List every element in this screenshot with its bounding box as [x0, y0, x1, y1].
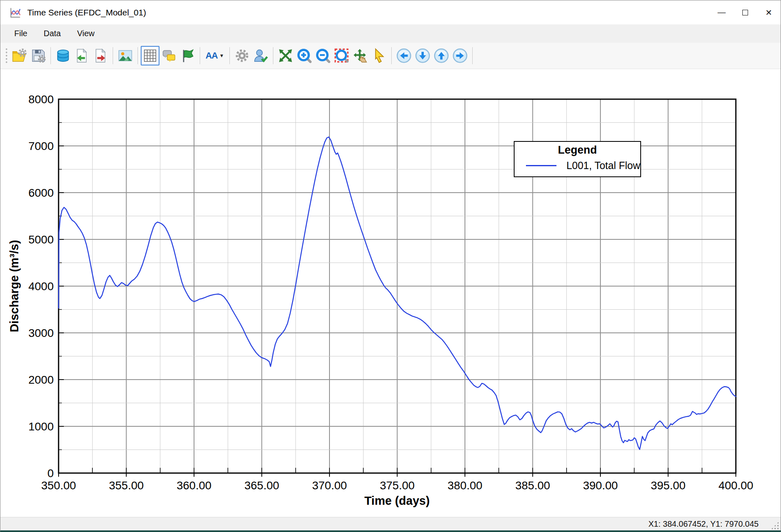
zoom-out-button[interactable] [314, 46, 332, 65]
svg-text:365.00: 365.00 [244, 479, 279, 492]
zoom-in-button[interactable] [295, 46, 314, 65]
circle-arrow-up-icon [434, 48, 449, 63]
svg-text:395.00: 395.00 [651, 479, 686, 492]
toolbar-grip[interactable] [4, 48, 9, 64]
user-check-icon [253, 48, 268, 63]
toolbar-separator [50, 47, 51, 64]
svg-text:4000: 4000 [28, 280, 54, 293]
zoom-out-icon [315, 48, 331, 63]
toolbar-separator [113, 47, 113, 64]
toolbar-separator [200, 47, 200, 64]
plot-area[interactable]: 350.00355.00360.00365.00370.00375.00380.… [0, 69, 781, 517]
chart-panel: 350.00355.00360.00365.00370.00375.00380.… [0, 69, 781, 517]
expand-arrows-icon [278, 48, 293, 63]
export-file-button[interactable] [91, 46, 110, 65]
font-size-button[interactable]: AA ▼ [203, 46, 227, 65]
maximize-icon [742, 10, 748, 15]
user-check-button[interactable] [251, 46, 270, 65]
circle-arrow-right-icon [452, 48, 468, 63]
status-bar: X1: 384.067452, Y1: 7970.045 [0, 517, 781, 531]
database-icon [55, 48, 71, 63]
import-file-button[interactable] [72, 46, 91, 65]
svg-text:385.00: 385.00 [515, 479, 550, 492]
open-folder-gear-icon [12, 48, 27, 63]
flag-button[interactable] [178, 46, 197, 65]
gear-icon [234, 48, 250, 63]
title-bar: Time Series (EFDC_Model_01) — ✕ [0, 0, 781, 24]
nav-up-button[interactable] [432, 46, 451, 65]
menu-file[interactable]: File [6, 24, 35, 43]
file-arrow-right-icon [93, 48, 108, 63]
circle-arrow-left-icon [396, 48, 412, 63]
svg-text:1000: 1000 [28, 420, 54, 433]
svg-text:355.00: 355.00 [109, 479, 144, 492]
app-window: Time Series (EFDC_Model_01) — ✕ File Dat… [0, 0, 781, 532]
zoom-in-icon [297, 48, 312, 63]
svg-text:360.00: 360.00 [177, 479, 212, 492]
svg-text:3000: 3000 [28, 327, 54, 339]
minimize-button[interactable]: — [710, 0, 733, 24]
close-button[interactable]: ✕ [757, 0, 781, 24]
chevron-down-icon: ▼ [219, 53, 224, 59]
menu-view[interactable]: View [69, 24, 103, 43]
svg-text:5000: 5000 [28, 233, 54, 246]
image-icon [118, 48, 133, 63]
cursor-arrow-icon [371, 48, 387, 63]
x-axis-title: Time (days) [364, 494, 430, 508]
svg-text:370.00: 370.00 [312, 479, 347, 492]
circle-arrow-down-icon [415, 48, 430, 63]
save-settings-button[interactable] [29, 46, 48, 65]
database-button[interactable] [54, 46, 72, 65]
font-size-icon: AA [205, 50, 218, 61]
menu-data[interactable]: Data [35, 24, 69, 43]
image-export-button[interactable] [116, 46, 135, 65]
nav-down-button[interactable] [413, 46, 432, 65]
svg-text:7000: 7000 [28, 140, 54, 152]
open-settings-button[interactable] [10, 46, 29, 65]
svg-text:0: 0 [47, 467, 54, 480]
legend-item-label: L001, Total Flow [566, 160, 640, 172]
file-arrow-left-icon [74, 48, 89, 63]
toolbar-separator [229, 47, 230, 64]
toolbar-separator [273, 47, 273, 64]
zoom-extents-button[interactable] [276, 46, 295, 65]
nav-right-button[interactable] [451, 46, 469, 65]
y-axis-title: Discharge (m³/s) [8, 240, 21, 332]
menu-bar: File Data View [0, 24, 781, 43]
svg-text:390.00: 390.00 [583, 479, 618, 492]
save-gear-icon [31, 48, 46, 63]
svg-text:6000: 6000 [28, 187, 54, 199]
settings-button[interactable] [233, 46, 251, 65]
pan-hand-icon [353, 48, 368, 63]
cursor-coordinates: X1: 384.067452, Y1: 7970.045 [648, 519, 759, 529]
window-title: Time Series (EFDC_Model_01) [27, 8, 146, 17]
svg-text:380.00: 380.00 [447, 479, 482, 492]
grid-view-button[interactable] [141, 46, 159, 65]
legend-line-swatch [526, 165, 556, 166]
toolbar-separator [137, 47, 138, 64]
pan-button[interactable] [351, 46, 370, 65]
zoom-window-button[interactable] [332, 46, 351, 65]
zoom-selection-icon [334, 48, 349, 63]
legend-item: L001, Total Flow [515, 160, 640, 172]
toolbar-separator [472, 47, 473, 64]
pointer-button[interactable] [370, 46, 388, 65]
speech-bubbles-icon [161, 48, 177, 63]
grid-icon [142, 48, 158, 63]
line-chart-icon [9, 7, 22, 19]
comments-button[interactable] [159, 46, 178, 65]
svg-text:400.00: 400.00 [718, 479, 753, 492]
svg-text:350.00: 350.00 [41, 479, 76, 492]
legend-title: Legend [515, 144, 640, 156]
flag-icon [180, 48, 195, 63]
maximize-button[interactable] [733, 0, 757, 24]
toolbar: AA ▼ [0, 43, 781, 69]
svg-text:8000: 8000 [28, 93, 54, 106]
legend[interactable]: Legend L001, Total Flow [514, 141, 641, 177]
toolbar-separator [391, 47, 392, 64]
svg-text:2000: 2000 [28, 373, 54, 386]
resize-grip[interactable] [771, 521, 779, 530]
nav-left-button[interactable] [395, 46, 413, 65]
svg-text:375.00: 375.00 [380, 479, 415, 492]
